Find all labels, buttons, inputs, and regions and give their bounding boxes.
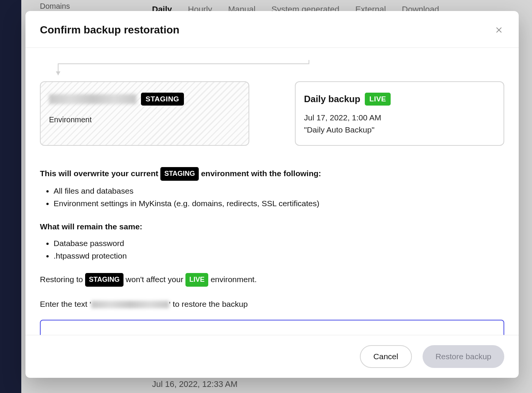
list-item: All files and databases <box>54 185 504 197</box>
list-item: Environment settings in MyKinsta (e.g. d… <box>54 197 504 210</box>
overwrite-list: All files and databases Environment sett… <box>54 185 504 210</box>
cancel-button[interactable]: Cancel <box>360 345 412 368</box>
confirm-restore-modal: Confirm backup restoration STAGING Envir… <box>25 11 519 378</box>
source-backup-card: Daily backup LIVE Jul 17, 2022, 1:00 AM … <box>295 81 504 146</box>
remain-heading: What will remain the same: <box>40 221 504 233</box>
list-item: Database password <box>54 237 504 250</box>
backup-type-title: Daily backup <box>304 94 360 104</box>
overwrite-warning: This will overwrite your current STAGING… <box>40 167 504 181</box>
redacted-confirm-text <box>91 301 169 308</box>
modal-title: Confirm backup restoration <box>40 24 179 36</box>
target-environment-card: STAGING Environment <box>40 81 249 146</box>
staging-badge: STAGING <box>141 93 184 106</box>
flow-arrow <box>40 60 504 78</box>
staging-badge-inline: STAGING <box>160 167 199 181</box>
close-button[interactable] <box>494 25 504 35</box>
close-icon <box>495 26 503 34</box>
remain-list: Database password .htpasswd protection <box>54 237 504 262</box>
confirm-input[interactable] <box>40 320 504 335</box>
restore-backup-button[interactable]: Restore backup <box>423 345 504 368</box>
backup-timestamp: Jul 17, 2022, 1:00 AM <box>304 113 495 122</box>
environment-label: Environment <box>49 115 240 124</box>
redacted-site-name <box>49 94 136 104</box>
restoring-note: Restoring to STAGING won't affect your L… <box>40 273 504 287</box>
list-item: .htpasswd protection <box>54 249 504 262</box>
staging-badge-inline-2: STAGING <box>85 273 124 287</box>
live-badge-inline: LIVE <box>185 273 208 287</box>
backup-name: "Daily Auto Backup" <box>304 125 495 134</box>
live-badge: LIVE <box>365 93 391 106</box>
confirm-label: Enter the text '' to restore the backup <box>40 298 504 311</box>
